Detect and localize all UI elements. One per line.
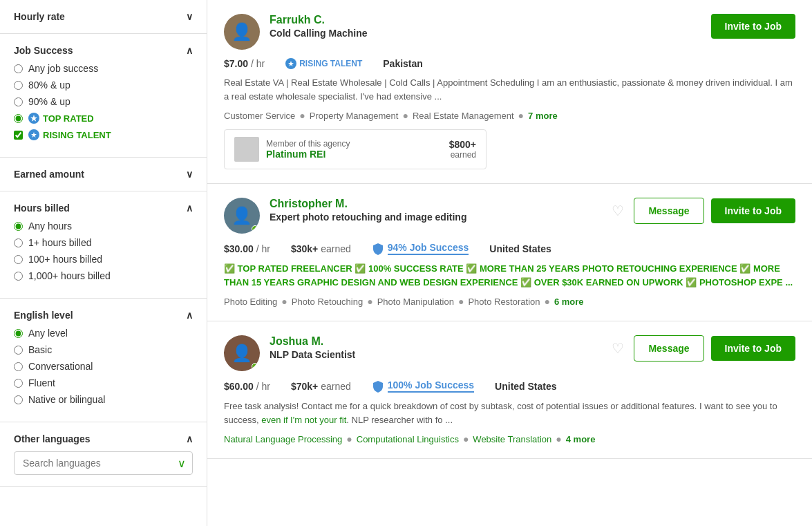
freelancer-name-2[interactable]: Christopher M. (270, 198, 466, 210)
skill-tag-2-0: Photo Editing (224, 297, 277, 307)
freelancer-card-1: 👤 Farrukh C. Cold Calling Machine Invite… (207, 0, 812, 184)
search-languages-input[interactable] (14, 451, 193, 475)
description-highlight-2: ✅ TOP RATED FREELANCER ✅ 100% SUCCESS RA… (224, 263, 793, 288)
option-80-up[interactable]: 80% & up (14, 79, 193, 91)
freelancer-title-3: NLP Data Scientist (270, 349, 355, 360)
filter-other-languages-header[interactable]: Other languages ∧ (14, 433, 193, 444)
label-80-up: 80% & up (28, 79, 70, 91)
option-rising-talent[interactable]: RISING TALENT (14, 129, 193, 140)
option-fluent[interactable]: Fluent (14, 377, 193, 388)
radio-any-hours[interactable] (14, 222, 23, 231)
radio-top-rated[interactable] (14, 114, 23, 123)
dot-1: ● (299, 110, 305, 121)
filter-job-success-header[interactable]: Job Success ∧ (14, 45, 193, 56)
avatar-2: 👤 (224, 198, 260, 234)
filter-english-level: English level ∧ Any level Basic Conversa… (0, 299, 207, 422)
rising-talent-badge-icon (28, 129, 39, 140)
favorite-button-3[interactable]: ♡ (609, 337, 627, 359)
option-any-job-success[interactable]: Any job success (14, 63, 193, 74)
agency-name-1[interactable]: Platinum REI (266, 149, 442, 160)
option-100plus-hours[interactable]: 100+ hours billed (14, 254, 193, 265)
card-header-2: 👤 Christopher M. Expert photo retouching… (224, 198, 795, 234)
agency-info-1: Member of this agency Platinum REI (266, 139, 442, 160)
filter-job-success: Job Success ∧ Any job success 80% & up 9… (0, 34, 207, 158)
chevron-down-lang-icon: ∨ (178, 457, 186, 470)
more-skills-2[interactable]: 6 more (554, 297, 584, 307)
earned-3: $70k+ earned (291, 381, 351, 392)
card-actions-2: ♡ Message Invite to Job (609, 198, 795, 224)
option-any-level[interactable]: Any level (14, 328, 193, 339)
card-meta-1: $7.00 / hr RISING TALENT Pakistan (224, 58, 795, 69)
skill-tag-2-3: Photo Restoration (468, 297, 540, 307)
dot-3-1: ● (346, 433, 352, 444)
badge-label-1: RISING TALENT (299, 59, 362, 68)
rate-3: $60.00 / hr (224, 381, 270, 392)
checkbox-rising-talent[interactable] (14, 131, 23, 140)
earned-value-2: $30k+ (291, 243, 318, 254)
skill-tag-2-2: Photo Manipulation (377, 297, 454, 307)
radio-conversational[interactable] (14, 362, 23, 371)
online-indicator-2 (252, 225, 258, 232)
radio-90-up[interactable] (14, 97, 23, 106)
option-conversational[interactable]: Conversational (14, 361, 193, 372)
rate-value-3: $60.00 (224, 381, 254, 392)
filter-hourly-rate-label: Hourly rate (14, 11, 65, 22)
label-1000plus-hours: 1,000+ hours billed (28, 270, 111, 281)
filter-earned-amount-header[interactable]: Earned amount ∨ (14, 169, 193, 180)
card-meta-3: $60.00 / hr $70k+ earned 100% Job Succes… (224, 379, 795, 393)
radio-fluent[interactable] (14, 379, 23, 388)
favorite-button-2[interactable]: ♡ (609, 200, 627, 222)
message-button-2[interactable]: Message (634, 198, 704, 224)
radio-1plus-hours[interactable] (14, 238, 23, 247)
radio-100plus-hours[interactable] (14, 255, 23, 264)
job-success-value-2: 94% (388, 242, 407, 253)
radio-80-up[interactable] (14, 81, 23, 90)
agency-thumb-1 (234, 137, 259, 162)
label-conversational: Conversational (28, 361, 93, 372)
filter-hourly-rate-header[interactable]: Hourly rate ∨ (14, 11, 193, 22)
skill-tag-3-1: Computational Linguistics (357, 434, 459, 444)
option-1plus-hours[interactable]: 1+ hours billed (14, 237, 193, 248)
filter-hours-billed-header[interactable]: Hours billed ∧ (14, 203, 193, 214)
more-skills-3[interactable]: 4 more (566, 434, 596, 444)
job-success-label-2: Job Success (410, 242, 469, 253)
filter-english-level-header[interactable]: English level ∧ (14, 310, 193, 321)
invite-button-1[interactable]: Invite to Job (711, 14, 795, 39)
radio-1000plus-hours[interactable] (14, 272, 23, 281)
radio-any-job-success[interactable] (14, 64, 23, 73)
option-any-hours[interactable]: Any hours (14, 220, 193, 232)
job-success-label-3: Job Success (415, 379, 474, 391)
radio-native[interactable] (14, 395, 23, 404)
label-1plus-hours: 1+ hours billed (28, 237, 91, 248)
more-skills-1[interactable]: 7 more (528, 111, 558, 121)
skill-tag-1-1: Property Management (310, 111, 399, 121)
invite-button-3[interactable]: Invite to Job (711, 336, 795, 361)
option-native[interactable]: Native or bilingual (14, 394, 193, 405)
radio-basic[interactable] (14, 346, 23, 355)
skills-1: Customer Service ● Property Management ●… (224, 110, 795, 121)
label-any-level: Any level (28, 328, 68, 339)
option-basic[interactable]: Basic (14, 344, 193, 355)
chevron-down-icon: ∨ (186, 11, 193, 22)
freelancer-title-1: Cold Calling Machine (270, 28, 368, 39)
description-text-3b: . NLP researcher with fo ... (346, 415, 453, 425)
freelancer-info-1: Farrukh C. Cold Calling Machine (270, 14, 368, 39)
freelancer-title-2: Expert photo retouching and image editin… (270, 212, 466, 223)
invite-button-2[interactable]: Invite to Job (711, 198, 795, 223)
option-1000plus-hours[interactable]: 1,000+ hours billed (14, 270, 193, 281)
filter-earned-amount: Earned amount ∨ (0, 158, 207, 191)
search-languages-wrapper: ∨ (14, 451, 193, 475)
earned-2: $30k+ earned (291, 243, 351, 254)
card-meta-2: $30.00 / hr $30k+ earned 94% Job Success… (224, 242, 795, 255)
message-button-3[interactable]: Message (634, 335, 704, 361)
option-top-rated[interactable]: TOP RATED (14, 113, 193, 124)
label-rising-talent: RISING TALENT (28, 129, 111, 140)
chevron-up-icon: ∧ (186, 45, 193, 56)
agency-box-1: Member of this agency Platinum REI $800+… (224, 129, 487, 169)
radio-any-level[interactable] (14, 329, 23, 338)
rising-talent-text: RISING TALENT (43, 130, 111, 140)
option-90-up[interactable]: 90% & up (14, 96, 193, 107)
freelancer-name-3[interactable]: Joshua M. (270, 335, 355, 348)
label-any-hours: Any hours (28, 220, 72, 232)
freelancer-name-1[interactable]: Farrukh C. (270, 14, 368, 26)
